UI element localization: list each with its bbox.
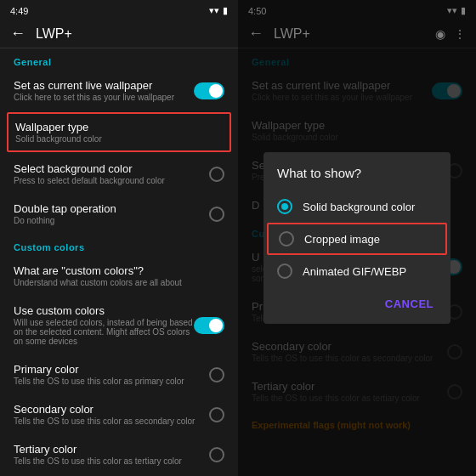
left-general-header: General	[0, 48, 238, 71]
wallpaper-type-subtitle: Solid background color	[15, 134, 223, 144]
cropped-image-label: Cropped image	[304, 233, 380, 246]
select-bg-color-radio[interactable]	[209, 167, 224, 182]
dialog-option-cropped[interactable]: Cropped image	[267, 223, 447, 255]
dialog-option-gif[interactable]: Animated GIF/WEBP	[264, 255, 450, 287]
dialog-title: What to show?	[264, 166, 450, 190]
right-phone-panel: 4:50 ▾▾ ▮ ← LWP+ ◉ ⋮ General Set as curr…	[238, 0, 476, 476]
tertiary-color-subtitle: Tells the OS to use this color as tertia…	[14, 456, 209, 466]
tertiary-color-radio[interactable]	[209, 447, 224, 462]
gif-radio	[277, 264, 292, 279]
primary-color-radio[interactable]	[209, 367, 224, 382]
double-tap-radio[interactable]	[209, 207, 224, 222]
wallpaper-type-item[interactable]: Wallpaper type Solid background color	[7, 112, 231, 152]
dialog-option-solid[interactable]: Solid background color	[264, 190, 450, 223]
dialog-actions: CANCEL	[264, 287, 450, 317]
select-bg-color-title: Select background color	[14, 162, 209, 175]
tertiary-color-title: Tertiary color	[14, 443, 209, 456]
set-live-wallpaper-title: Set as current live wallpaper	[14, 79, 194, 92]
use-custom-colors-item[interactable]: Use custom colors Will use selected colo…	[0, 296, 238, 354]
what-to-show-dialog: What to show? Solid background color Cro…	[264, 152, 450, 324]
left-custom-colors-header: Custom colors	[0, 234, 238, 256]
secondary-color-subtitle: Tells the OS to use this color as second…	[14, 416, 209, 426]
what-are-custom-colors-item[interactable]: What are "custom colors"? Understand wha…	[0, 256, 238, 296]
what-custom-subtitle: Understand what custom colors are all ab…	[14, 278, 224, 287]
select-bg-color-subtitle: Press to select default background color	[14, 176, 209, 185]
wallpaper-type-title: Wallpaper type	[15, 121, 223, 133]
use-custom-subtitle: Will use selected colors, instead of bei…	[14, 318, 194, 346]
secondary-color-title: Secondary color	[14, 403, 209, 416]
primary-color-subtitle: Tells the OS to use this color as primar…	[14, 377, 209, 386]
left-scroll-content: General Set as current live wallpaper Cl…	[0, 48, 238, 476]
left-time: 4:49	[10, 6, 28, 16]
tertiary-color-item[interactable]: Tertiary color Tells the OS to use this …	[0, 434, 238, 474]
gif-webp-label: Animated GIF/WEBP	[303, 265, 406, 278]
primary-color-item[interactable]: Primary color Tells the OS to use this c…	[0, 354, 238, 394]
secondary-color-item[interactable]: Secondary color Tells the OS to use this…	[0, 394, 238, 434]
primary-color-title: Primary color	[14, 363, 209, 376]
battery-icon: ▮	[223, 5, 228, 16]
use-custom-title: Use custom colors	[14, 304, 194, 317]
wifi-icon: ▾▾	[209, 5, 219, 16]
double-tap-subtitle: Do nothing	[14, 216, 209, 225]
double-tap-item[interactable]: Double tap operation Do nothing	[0, 194, 238, 234]
live-wallpaper-toggle[interactable]	[194, 82, 224, 99]
double-tap-title: Double tap operation	[14, 202, 209, 215]
left-status-icons: ▾▾ ▮	[209, 5, 228, 16]
what-custom-title: What are "custom colors"?	[14, 264, 224, 277]
set-live-wallpaper-item[interactable]: Set as current live wallpaper Click here…	[0, 71, 238, 110]
solid-radio-selected	[277, 199, 292, 214]
left-top-bar: ← LWP+	[0, 20, 238, 48]
left-status-bar: 4:49 ▾▾ ▮	[0, 0, 238, 20]
cropped-radio	[279, 231, 294, 246]
cancel-button[interactable]: CANCEL	[378, 294, 440, 314]
left-phone-panel: 4:49 ▾▾ ▮ ← LWP+ General Set as current …	[0, 0, 238, 476]
set-live-wallpaper-subtitle: Click here to set this as your live wall…	[14, 93, 194, 102]
back-button[interactable]: ←	[10, 25, 26, 42]
left-app-title: LWP+	[36, 26, 228, 42]
dialog-overlay: What to show? Solid background color Cro…	[238, 0, 476, 476]
secondary-color-radio[interactable]	[209, 407, 224, 422]
use-custom-toggle[interactable]	[194, 317, 224, 334]
select-bg-color-item[interactable]: Select background color Press to select …	[0, 154, 238, 194]
solid-bg-label: Solid background color	[303, 201, 415, 213]
